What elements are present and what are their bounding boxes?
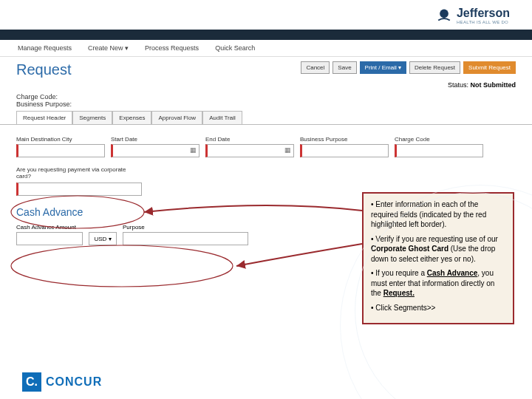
- label-ca-purpose: Purpose: [123, 224, 248, 231]
- save-button[interactable]: Save: [332, 61, 356, 74]
- label-ca-amount: Cash Advance Amount: [16, 224, 83, 231]
- input-corporate-card[interactable]: [16, 183, 142, 196]
- tab-audit-trail[interactable]: Audit Trail: [202, 111, 242, 124]
- callout-p4: • Click Segments>>: [371, 303, 505, 313]
- top-brand-bar: Jefferson HEALTH IS ALL WE DO: [0, 0, 532, 30]
- input-charge-code[interactable]: [395, 144, 483, 157]
- label-destination: Main Destination City: [16, 131, 105, 143]
- concur-name: CONCUR: [46, 375, 102, 389]
- subnav-quick[interactable]: Quick Search: [215, 44, 255, 52]
- delete-request-button[interactable]: Delete Request: [409, 61, 460, 74]
- callout-p2: • Verify if you are requesting use of ou…: [371, 234, 505, 265]
- input-destination[interactable]: [16, 144, 105, 157]
- input-ca-purpose[interactable]: [123, 232, 248, 245]
- input-ca-amount[interactable]: [16, 232, 83, 245]
- main-nav-strip: [0, 30, 532, 40]
- select-ca-currency[interactable]: USD ▾: [89, 232, 117, 245]
- input-business-purpose[interactable]: [300, 144, 389, 157]
- print-email-button[interactable]: Print / Email ▾: [360, 61, 406, 74]
- tab-request-header[interactable]: Request Header: [16, 111, 72, 124]
- concur-logo: C. CONCUR: [22, 372, 102, 392]
- status-value: Not Submitted: [471, 81, 516, 89]
- label-charge-code: Charge Code: [395, 131, 483, 143]
- jefferson-logo: Jefferson HEALTH IS ALL WE DO: [434, 6, 510, 25]
- charge-code-label: Charge Code:: [16, 93, 516, 100]
- subnav-create[interactable]: Create New ▾: [88, 44, 129, 52]
- input-end-date[interactable]: [205, 144, 294, 157]
- tab-approval-flow[interactable]: Approval Flow: [151, 111, 202, 124]
- status-row: Status: Not Submitted: [0, 80, 532, 92]
- callout-p3: • If you require a Cash Advance, you mus…: [371, 268, 505, 299]
- cancel-button[interactable]: Cancel: [301, 61, 330, 74]
- label-business-purpose: Business Purpose: [300, 131, 389, 143]
- tab-segments[interactable]: Segments: [72, 111, 112, 124]
- concur-icon: C.: [22, 372, 41, 392]
- jefferson-name: Jefferson: [457, 7, 510, 20]
- subnav-process[interactable]: Process Requests: [145, 44, 199, 52]
- submit-request-button[interactable]: Submit Request: [463, 61, 516, 74]
- jefferson-icon: [434, 6, 454, 25]
- page-title: Request: [16, 61, 72, 78]
- svg-point-0: [440, 10, 449, 18]
- subnav-manage[interactable]: Manage Requests: [18, 44, 72, 52]
- label-corporate-card: Are you requesting payment via corporate…: [16, 166, 142, 181]
- subnav: Manage Requests Create New ▾ Process Req…: [0, 40, 532, 57]
- input-start-date[interactable]: [111, 144, 200, 157]
- jefferson-tagline: HEALTH IS ALL WE DO: [457, 20, 510, 24]
- callout-p1: • Enter information in each of the requi…: [371, 200, 505, 230]
- business-purpose-label: Business Purpose:: [16, 100, 516, 108]
- label-end-date: End Date: [205, 131, 294, 143]
- svg-point-2: [11, 245, 233, 287]
- tab-expenses[interactable]: Expenses: [112, 111, 151, 124]
- instruction-callout: • Enter information in each of the requi…: [362, 192, 514, 324]
- status-label: Status:: [448, 81, 468, 89]
- label-start-date: Start Date: [111, 131, 200, 143]
